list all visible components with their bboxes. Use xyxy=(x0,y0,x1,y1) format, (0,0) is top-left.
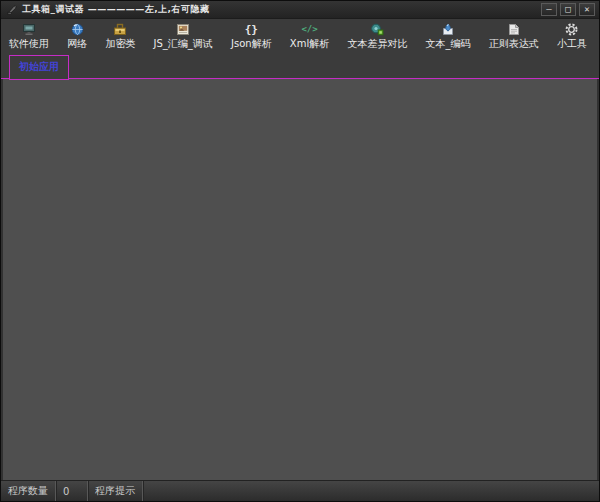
toolbar-item-text-encode[interactable]: 文本_编码 xyxy=(424,21,473,51)
main-content-area xyxy=(1,79,599,480)
app-logo-icon xyxy=(6,3,19,16)
toolbar-label: 文本_编码 xyxy=(426,38,471,50)
gear-icon xyxy=(565,22,578,37)
toolbar-label: 加密类 xyxy=(105,38,135,50)
minimize-button[interactable]: – xyxy=(541,3,557,16)
toolbar-item-regex[interactable]: 正则表达式 xyxy=(487,21,541,51)
program-count-value: 0 xyxy=(56,481,88,501)
json-braces-icon: {} xyxy=(245,22,258,37)
window-controls: – □ ✕ xyxy=(541,3,595,16)
tab-initial-app[interactable]: 初始应用 xyxy=(9,55,69,80)
toolbar-label: Xml解析 xyxy=(290,38,329,50)
text-encode-icon xyxy=(441,22,455,37)
toolbar-label: 正则表达式 xyxy=(489,38,539,50)
toolbar-item-text-diff[interactable]: 文本差异对比 xyxy=(345,21,409,51)
toolbar-label: 软件使用 xyxy=(9,38,49,50)
toolbar-item-json-parse[interactable]: {} Json解析 xyxy=(229,21,274,51)
toolbar-item-js-asm-debug[interactable]: JS_汇编_调试 xyxy=(152,21,215,51)
toolbar-item-encryption[interactable]: 加密类 xyxy=(103,21,137,51)
status-bar: 程序数量 0 程序提示 xyxy=(1,480,599,501)
globe-icon xyxy=(71,22,84,37)
toolbar-item-xml-parse[interactable]: </> Xml解析 xyxy=(288,21,331,51)
toolbar-item-small-tools[interactable]: 小工具 xyxy=(555,21,589,51)
toolbar-item-software-usage[interactable]: 软件使用 xyxy=(7,21,51,51)
toolbar-label: 网络 xyxy=(67,38,87,50)
program-hint-label: 程序提示 xyxy=(88,481,143,501)
toolbar-label: 小工具 xyxy=(557,38,587,50)
app-window: 工具箱_调试器 ——————左,上,右可隐藏 – □ ✕ 软件使用 xyxy=(0,0,600,502)
close-button[interactable]: ✕ xyxy=(579,3,595,16)
js-asm-debug-icon xyxy=(176,22,190,37)
software-usage-icon xyxy=(22,22,36,37)
window-title: 工具箱_调试器 ——————左,上,右可隐藏 xyxy=(22,3,209,16)
regex-document-icon xyxy=(508,22,520,37)
main-toolbar: 软件使用 网络 加密类 xyxy=(1,19,599,52)
titlebar: 工具箱_调试器 ——————左,上,右可隐藏 – □ ✕ xyxy=(1,1,599,19)
toolbar-label: 文本差异对比 xyxy=(347,38,407,50)
encryption-icon xyxy=(113,22,127,37)
tab-bar: 初始应用 xyxy=(1,52,599,79)
xml-code-tags-icon: </> xyxy=(301,22,317,37)
toolbar-item-network[interactable]: 网络 xyxy=(65,21,89,51)
toolbar-label: JS_汇编_调试 xyxy=(154,38,213,50)
status-bar-filler xyxy=(143,481,599,501)
maximize-button[interactable]: □ xyxy=(560,3,576,16)
text-diff-icon xyxy=(370,22,384,37)
toolbar-label: Json解析 xyxy=(231,38,272,50)
program-count-label: 程序数量 xyxy=(1,481,56,501)
